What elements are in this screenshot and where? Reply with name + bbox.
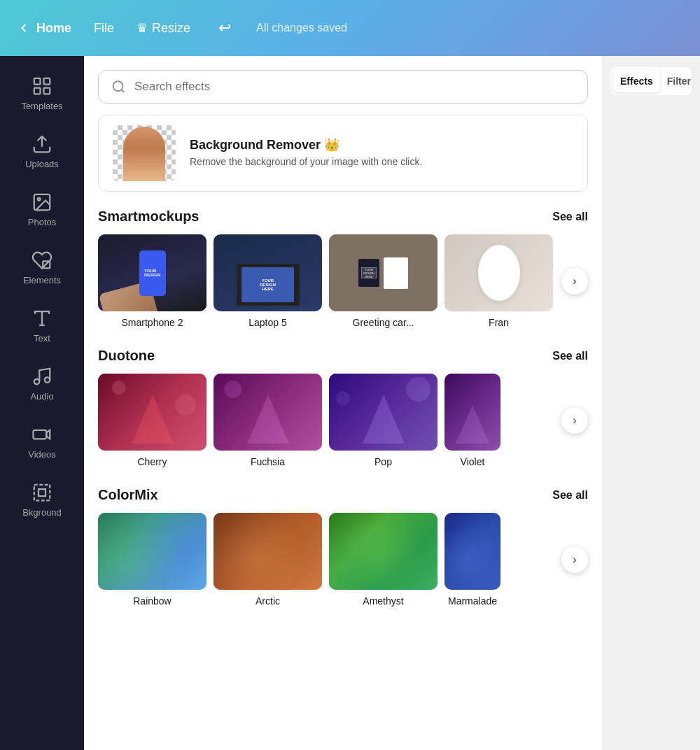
fuchsia-label: Fuchsia: [251, 456, 285, 467]
fran-thumbnail: [444, 234, 553, 311]
colormix-next[interactable]: ›: [560, 521, 588, 598]
photo-icon: [31, 192, 52, 213]
sidebar-item-elements[interactable]: Elements: [0, 239, 84, 297]
colormix-amethyst[interactable]: Amethyst: [329, 513, 438, 607]
topbar: Home File ♛ Resize ↩ All changes saved: [0, 0, 700, 56]
sidebar-label-audio: Audio: [30, 391, 53, 402]
right-panel: Effects Filter: [602, 56, 700, 750]
main-layout: Templates Uploads Photos Elements Text A…: [0, 56, 700, 750]
sidebar-item-text[interactable]: Text: [0, 297, 84, 355]
crown-icon: ♛: [136, 20, 148, 36]
filter-tab[interactable]: Filter: [660, 70, 698, 92]
fuchsia-thumbnail: [214, 374, 322, 451]
search-input[interactable]: [134, 80, 575, 94]
bg-remover-title: Background Remover 👑: [190, 137, 422, 153]
greeting-thumbnail: YOURDESIGNHERE: [329, 234, 438, 311]
effects-tab[interactable]: Effects: [613, 70, 660, 92]
duotone-title: Duotone: [98, 348, 155, 364]
elements-icon: [31, 250, 52, 271]
svg-rect-12: [34, 430, 47, 439]
home-label: Home: [36, 21, 71, 36]
video-icon: [31, 424, 52, 445]
sidebar-label-templates: Templates: [21, 101, 62, 111]
duotone-row: Cherry Fuchsia: [98, 374, 588, 467]
grid-icon: [31, 76, 52, 97]
sidebar-label-elements: Elements: [23, 275, 61, 285]
colormix-rainbow[interactable]: Rainbow: [98, 513, 206, 607]
svg-point-6: [38, 198, 41, 201]
violet-label: Violet: [461, 456, 485, 467]
laptop5-thumbnail: YOURDESIGNHERE: [214, 234, 322, 311]
smartmockups-title: Smartmockups: [98, 208, 200, 225]
laptop5-label: Laptop 5: [248, 317, 287, 328]
sidebar-item-audio[interactable]: Audio: [0, 355, 84, 413]
tab-buttons: Effects Filter: [610, 67, 692, 95]
sidebar-item-background[interactable]: Bkground: [0, 471, 84, 529]
greeting-label: Greeting car...: [353, 317, 414, 328]
sidebar-item-templates[interactable]: Templates: [0, 64, 84, 122]
colormix-row: Rainbow Arctic Amethyst: [98, 513, 588, 607]
duotone-next-icon: ›: [561, 407, 588, 434]
back-button[interactable]: Home: [17, 21, 71, 36]
file-nav[interactable]: File: [94, 21, 114, 36]
svg-point-10: [34, 379, 40, 385]
next-arrow-icon: ›: [561, 268, 588, 295]
smartmockup-laptop5[interactable]: YOURDESIGNHERE Laptop 5: [214, 234, 322, 328]
duotone-fuchsia[interactable]: Fuchsia: [214, 374, 322, 467]
search-bar[interactable]: [98, 70, 588, 104]
amethyst-label: Amethyst: [363, 595, 403, 607]
duotone-header: Duotone See all: [98, 348, 588, 364]
sidebar-item-videos[interactable]: Videos: [0, 413, 84, 471]
resize-button[interactable]: ♛ Resize: [136, 20, 190, 36]
svg-rect-3: [44, 88, 50, 94]
sidebar-item-photos[interactable]: Photos: [0, 181, 84, 239]
crown-badge: 👑: [324, 138, 340, 152]
svg-point-14: [113, 81, 123, 91]
arctic-thumbnail: [214, 513, 322, 590]
svg-point-11: [45, 377, 50, 383]
colormix-see-all[interactable]: See all: [552, 489, 588, 502]
smartmockup-greeting[interactable]: YOURDESIGNHERE Greeting car...: [329, 234, 438, 328]
undo-button[interactable]: ↩: [218, 19, 231, 37]
effects-panel: Background Remover 👑 Remove the backgrou…: [84, 56, 602, 750]
pop-thumbnail: [329, 374, 438, 451]
svg-rect-2: [34, 88, 41, 94]
amethyst-thumbnail: [329, 513, 438, 590]
resize-label: Resize: [152, 21, 190, 36]
smartmockups-row: YOURDESIGN Smartphone 2 YOURDESIGNHERE L…: [98, 234, 588, 328]
sidebar-label-text: Text: [34, 333, 50, 344]
bg-remover-card[interactable]: Background Remover 👑 Remove the backgrou…: [98, 115, 588, 192]
audio-icon: [31, 366, 52, 387]
smartmockup-fran[interactable]: Fran: [444, 234, 553, 328]
marmalade-thumbnail: [444, 513, 500, 590]
smartphone2-thumbnail: YOURDESIGN: [98, 234, 206, 311]
duotone-next[interactable]: ›: [560, 382, 588, 459]
bg-remover-image: [113, 125, 176, 181]
colormix-arctic[interactable]: Arctic: [214, 513, 322, 607]
colormix-header: ColorMix See all: [98, 487, 588, 503]
colormix-marmalade[interactable]: Marmalade: [444, 513, 500, 607]
bg-remover-text: Background Remover 👑 Remove the backgrou…: [190, 137, 422, 169]
duotone-violet[interactable]: Violet: [444, 374, 500, 467]
cherry-thumbnail: [98, 374, 206, 451]
smartphone2-label: Smartphone 2: [122, 317, 183, 328]
duotone-cherry[interactable]: Cherry: [98, 374, 206, 467]
svg-rect-1: [44, 78, 50, 85]
duotone-see-all[interactable]: See all: [552, 350, 588, 362]
smartmockups-next[interactable]: ›: [560, 243, 588, 320]
sidebar-label-uploads: Uploads: [25, 159, 59, 169]
duotone-pop[interactable]: Pop: [329, 374, 438, 467]
cherry-label: Cherry: [137, 456, 167, 467]
rainbow-thumbnail: [98, 513, 206, 590]
smartmockup-smartphone2[interactable]: YOURDESIGN Smartphone 2: [98, 234, 206, 328]
smartmockups-header: Smartmockups See all: [98, 208, 588, 225]
svg-line-15: [122, 90, 125, 92]
violet-thumbnail: [444, 374, 500, 451]
smartmockups-see-all[interactable]: See all: [552, 211, 588, 223]
sidebar-item-uploads[interactable]: Uploads: [0, 122, 84, 181]
rainbow-label: Rainbow: [133, 595, 171, 607]
upload-icon: [31, 134, 52, 155]
pop-label: Pop: [374, 456, 392, 467]
sidebar-label-background: Bkground: [22, 507, 62, 518]
arctic-label: Arctic: [255, 595, 280, 607]
